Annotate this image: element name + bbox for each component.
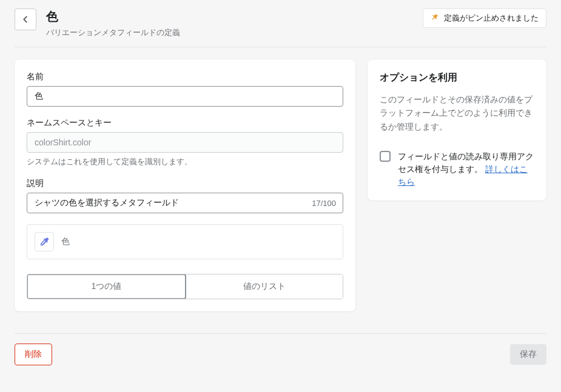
page-subtitle: バリエーションメタフィールドの定義 xyxy=(46,27,413,38)
pin-badge: 定義がピン止めされました xyxy=(423,8,546,28)
arrow-left-icon xyxy=(20,14,31,25)
type-pill-label: 色 xyxy=(61,236,70,247)
name-input[interactable] xyxy=(27,86,343,107)
readonly-checkbox-label: フィールドと値の読み取り専用アクセス権を付与します。 詳しくはこちら xyxy=(398,150,534,188)
namespace-label: ネームスペースとキー xyxy=(27,118,343,128)
footer-divider xyxy=(15,333,546,334)
header-title-block: 色 バリエーションメタフィールドの定義 xyxy=(46,8,413,38)
main-form-card: 名前 ネームスペースとキー システムはこれを使用して定義を識別します。 説明 1… xyxy=(15,59,355,311)
back-button[interactable] xyxy=(15,8,36,30)
options-title: オプションを利用 xyxy=(380,71,534,84)
namespace-help: システムはこれを使用して定義を識別します。 xyxy=(27,156,343,167)
readonly-checkbox[interactable] xyxy=(380,151,391,162)
options-card: オプションを利用 このフィールドとその保存済みの値をプラットフォーム上でどのよう… xyxy=(368,59,546,201)
eyedropper-icon xyxy=(35,232,54,251)
name-label: 名前 xyxy=(27,71,343,82)
namespace-input xyxy=(27,132,343,153)
value-cardinality-segmented: 1つの値 値のリスト xyxy=(27,274,343,299)
save-button[interactable]: 保存 xyxy=(510,344,546,365)
description-label: 説明 xyxy=(27,178,343,189)
segment-single-value[interactable]: 1つの値 xyxy=(27,274,186,299)
options-desc: このフィールドとその保存済みの値をプラットフォーム上でどのように利用できるか管理… xyxy=(380,93,534,133)
type-pill: 色 xyxy=(27,224,343,259)
pin-icon xyxy=(431,13,439,24)
page-title: 色 xyxy=(46,8,413,25)
pin-badge-label: 定義がピン止めされました xyxy=(444,13,539,24)
description-counter: 17/100 xyxy=(312,199,336,208)
delete-button[interactable]: 削除 xyxy=(15,344,52,365)
page-header: 色 バリエーションメタフィールドの定義 定義がピン止めされました xyxy=(0,0,561,47)
description-input[interactable] xyxy=(27,193,343,213)
segment-list-value[interactable]: 値のリスト xyxy=(186,274,343,299)
